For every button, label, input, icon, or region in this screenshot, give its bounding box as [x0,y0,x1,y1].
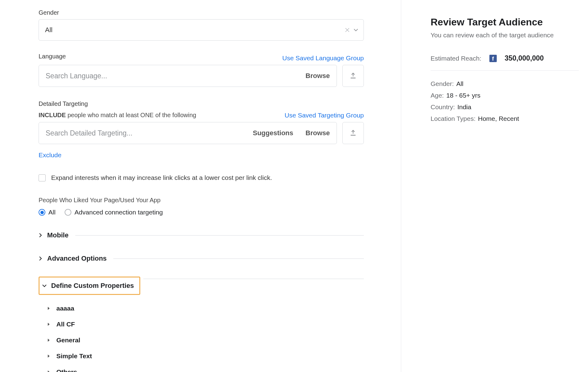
facebook-icon: f [489,55,497,62]
language-search-input[interactable] [46,72,306,80]
reach-value: 350,000,000 [505,54,544,62]
divider [113,259,364,259]
caret-right-icon [47,322,52,326]
connection-all-label: All [48,209,55,216]
estimated-reach-row: Estimated Reach: f 350,000,000 [431,54,579,71]
custom-item[interactable]: Others [47,364,364,372]
expand-interests-checkbox[interactable] [39,174,46,181]
section-custom-label: Define Custom Properties [51,282,134,290]
detailed-targeting-label: Detailed Targeting [39,100,364,107]
info-gender: Gender: All [431,78,579,90]
custom-item-label: Simple Text [56,352,92,360]
language-search-box[interactable]: Browse [39,65,337,87]
targeting-suggestions-button[interactable]: Suggestions [253,129,293,137]
use-saved-targeting-link[interactable]: Use Saved Targeting Group [285,112,364,119]
targeting-search-box[interactable]: Suggestions Browse [39,122,337,144]
caret-right-icon [47,307,52,310]
section-mobile[interactable]: Mobile [39,231,364,239]
exclude-link[interactable]: Exclude [39,151,62,159]
targeting-browse-button[interactable]: Browse [306,129,330,137]
connection-label: People Who Liked Your Page/Used Your App [39,197,364,204]
targeting-search-input[interactable] [46,129,253,137]
upload-icon [350,130,356,136]
custom-item-label: General [56,337,80,344]
divider [143,279,364,279]
divider [75,235,364,236]
custom-item-label: aaaaa [56,305,74,312]
custom-item[interactable]: All CF [47,316,364,332]
section-advanced-options[interactable]: Advanced Options [39,255,364,262]
review-subtitle: You can review each of the target audien… [431,32,579,39]
custom-item[interactable]: Simple Text [47,348,364,364]
chevron-down-icon[interactable] [354,28,358,32]
language-label: Language [39,53,66,60]
targeting-upload-button[interactable] [342,122,364,144]
section-define-custom-properties[interactable]: Define Custom Properties [39,277,140,295]
connection-all-radio[interactable] [39,209,45,216]
use-saved-language-link[interactable]: Use Saved Language Group [282,54,364,62]
include-description: INCLUDE people who match at least ONE of… [39,112,196,119]
custom-properties-list: aaaaa All CF General Simple Text Others [39,300,364,372]
chevron-down-icon [42,284,47,288]
custom-item-label: Others [56,368,77,372]
chevron-right-icon [39,256,43,261]
info-location-types: Location Types: Home, Recent [431,113,579,125]
custom-item[interactable]: General [47,332,364,348]
caret-right-icon [47,370,52,372]
gender-value: All [45,26,52,34]
review-title: Review Target Audience [431,17,579,28]
language-upload-button[interactable] [342,65,364,87]
section-advanced-label: Advanced Options [47,255,107,262]
caret-right-icon [47,338,52,342]
section-mobile-label: Mobile [47,231,69,239]
gender-label: Gender [39,9,364,16]
custom-item[interactable]: aaaaa [47,300,364,316]
upload-icon [350,73,356,79]
expand-interests-label: Expand interests when it may increase li… [51,174,272,181]
clear-icon[interactable] [345,28,349,32]
info-age: Age: 18 - 65+ yrs [431,90,579,101]
reach-label: Estimated Reach: [431,55,481,62]
custom-item-label: All CF [56,321,75,328]
connection-advanced-radio[interactable] [65,209,71,216]
chevron-right-icon [39,233,43,238]
connection-advanced-label: Advanced connection targeting [74,209,163,216]
gender-select[interactable]: All [39,19,364,41]
caret-right-icon [47,354,52,358]
info-country: Country: India [431,101,579,113]
language-browse-button[interactable]: Browse [306,72,330,80]
